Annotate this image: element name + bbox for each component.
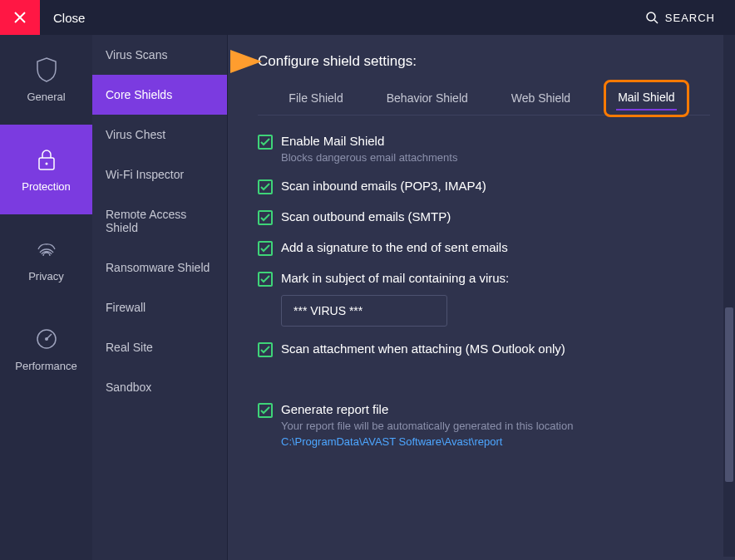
section-title: Configure shield settings: <box>258 53 710 70</box>
sub-item-virus-chest[interactable]: Virus Chest <box>92 115 227 155</box>
svg-point-2 <box>45 162 47 165</box>
checkbox-report[interactable] <box>258 403 273 418</box>
primary-nav: General Protection Privacy Performance <box>0 35 92 560</box>
checkbox-signature[interactable] <box>258 241 273 256</box>
option-enable-mail-shield: Enable Mail Shield Blocks dangerous emai… <box>258 134 710 164</box>
nav-item-general[interactable]: General <box>0 35 92 125</box>
search-icon <box>645 11 659 24</box>
shield-tabs: File Shield Behavior Shield Web Shield M… <box>258 85 710 115</box>
check-icon <box>260 214 270 222</box>
option-generate-report: Generate report file Your report file wi… <box>258 402 710 448</box>
option-label: Scan outbound emails (SMTP) <box>281 209 451 224</box>
checkbox-inbound[interactable] <box>258 179 273 194</box>
nav-label: General <box>27 91 65 103</box>
spacer <box>258 372 710 402</box>
check-icon <box>260 275 270 283</box>
nav-label: Privacy <box>28 270 64 282</box>
tab-behavior-shield[interactable]: Behavior Shield <box>377 85 478 115</box>
titlebar-left: Close <box>0 0 85 35</box>
option-label: Generate report file <box>281 402 573 416</box>
option-label: Add a signature to the end of sent email… <box>281 240 508 254</box>
option-label: Enable Mail Shield <box>281 134 457 148</box>
tab-web-shield[interactable]: Web Shield <box>501 85 580 115</box>
sub-item-remote-access-shield[interactable]: Remote Access Shield <box>92 194 227 248</box>
close-button[interactable] <box>0 0 40 35</box>
sub-item-virus-scans[interactable]: Virus Scans <box>92 35 227 75</box>
checkbox-outbound[interactable] <box>258 210 273 225</box>
option-scan-attachment: Scan attachment when attaching (MS Outlo… <box>258 341 710 357</box>
sub-item-sandbox[interactable]: Sandbox <box>92 367 227 407</box>
scrollbar-thumb[interactable] <box>725 307 733 482</box>
svg-point-0 <box>647 12 655 21</box>
checkbox-enable[interactable] <box>258 135 273 150</box>
option-mark-subject: Mark in subject of mail containing a vir… <box>258 271 710 287</box>
shield-icon <box>34 57 59 82</box>
option-sublabel: Blocks dangerous email attachments <box>281 151 457 164</box>
nav-item-privacy[interactable]: Privacy <box>0 214 92 304</box>
sub-item-firewall[interactable]: Firewall <box>92 287 227 327</box>
gauge-icon <box>34 327 59 351</box>
report-path-link[interactable]: C:\ProgramData\AVAST Software\Avast\repo… <box>281 435 573 448</box>
virus-subject-input-wrap <box>281 295 710 327</box>
checkbox-attach[interactable] <box>258 342 273 357</box>
search-label: SEARCH <box>665 12 715 24</box>
tab-file-shield[interactable]: File Shield <box>279 85 353 115</box>
sub-item-core-shields[interactable]: Core Shields <box>92 75 227 115</box>
sub-item-real-site[interactable]: Real Site <box>92 327 227 367</box>
pointer-arrow-icon <box>230 50 262 76</box>
titlebar: Close SEARCH <box>0 0 735 35</box>
checkbox-mark-subject[interactable] <box>258 272 273 287</box>
option-sublabel: Your report file will be automatically g… <box>281 420 573 432</box>
main-layout: General Protection Privacy Performance V… <box>0 35 735 560</box>
check-icon <box>260 346 270 354</box>
search-button[interactable]: SEARCH <box>645 11 735 24</box>
nav-label: Protection <box>22 180 71 193</box>
close-label: Close <box>53 11 85 25</box>
fingerprint-icon <box>34 237 59 262</box>
check-icon <box>260 406 270 415</box>
check-icon <box>260 183 270 191</box>
tab-mail-shield[interactable]: Mail Shield <box>604 80 688 117</box>
nav-item-protection[interactable]: Protection <box>0 125 92 214</box>
svg-point-4 <box>45 337 48 341</box>
check-icon <box>260 244 270 253</box>
sub-item-wifi-inspector[interactable]: Wi-Fi Inspector <box>92 155 227 194</box>
close-icon <box>14 12 26 23</box>
svg-marker-5 <box>230 50 262 73</box>
option-add-signature: Add a signature to the end of sent email… <box>258 240 710 256</box>
lock-icon <box>34 147 59 172</box>
option-label: Scan inbound emails (POP3, IMAP4) <box>281 179 486 193</box>
nav-label: Performance <box>15 360 76 372</box>
option-scan-outbound: Scan outbound emails (SMTP) <box>258 209 710 225</box>
check-icon <box>260 138 270 146</box>
option-scan-inbound: Scan inbound emails (POP3, IMAP4) <box>258 179 710 194</box>
sub-item-ransomware-shield[interactable]: Ransomware Shield <box>92 248 227 287</box>
sub-nav: Virus Scans Core Shields Virus Chest Wi-… <box>92 35 228 560</box>
option-label: Scan attachment when attaching (MS Outlo… <box>281 341 565 356</box>
content-pane: Configure shield settings: File Shield B… <box>228 35 735 560</box>
option-label: Mark in subject of mail containing a vir… <box>281 271 509 285</box>
nav-item-performance[interactable]: Performance <box>0 304 92 394</box>
virus-subject-input[interactable] <box>281 295 447 327</box>
